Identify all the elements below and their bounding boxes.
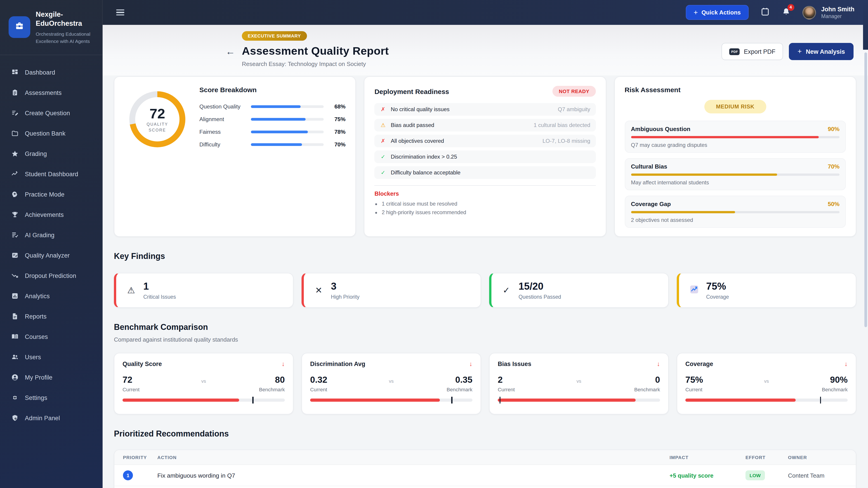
metric-bar (251, 105, 324, 108)
folder-icon (11, 129, 19, 137)
benchmark-bar (123, 398, 285, 402)
metric-question-quality: Question Quality 68% (199, 103, 346, 110)
benchmark-quality-score: Quality Score ↓ 72 vs 80 Current Benchma… (114, 353, 293, 414)
check-row: ✗ All objectives covered LO-7, LO-8 miss… (375, 135, 596, 147)
metric-bar (251, 143, 324, 146)
quality-score-donut: 72 QUALITY SCORE (129, 91, 185, 147)
fail-icon: ✗ (380, 138, 386, 144)
plus-icon: + (798, 47, 802, 56)
sidebar-item-achievements[interactable]: Achievements (0, 204, 102, 225)
recommendations-table: PRIORITY ACTION IMPACT EFFORT OWNER 1 Fi… (114, 450, 856, 488)
brand-title: Nexgile-EduOrchestra (36, 10, 96, 28)
divider (375, 185, 596, 186)
blocker-item: 2 high-priority issues recommended (382, 209, 596, 216)
check-row: ✓ Discrimination index > 0.25 (375, 151, 596, 163)
list-check-icon (11, 231, 19, 239)
brand: Nexgile-EduOrchestra Orchestrating Educa… (0, 0, 102, 55)
benchmark-discrimination-avg: Discrimination Avg ↓ 0.32 vs 0.35 Curren… (302, 353, 481, 414)
metric-alignment: Alignment 75% (199, 116, 346, 123)
score-card-title: Score Breakdown (199, 86, 346, 94)
scrollbar-thumb[interactable] (864, 53, 867, 327)
sidebar-item-reports[interactable]: Reports (0, 306, 102, 326)
metric-fairness: Fairness 78% (199, 129, 346, 135)
hamburger-menu-icon[interactable] (116, 9, 124, 15)
notifications-button[interactable]: 4 (781, 7, 790, 18)
deployment-status-badge: NOT READY (553, 86, 596, 97)
sidebar-item-practice-mode[interactable]: Practice Mode (0, 184, 102, 204)
sidebar-item-settings[interactable]: Settings (0, 387, 102, 408)
card-check-icon (11, 252, 19, 259)
briefcase-icon (14, 21, 24, 33)
scrollbar-gutter (863, 0, 868, 50)
sidebar-item-admin-panel[interactable]: Admin Panel (0, 408, 102, 428)
table-row: 1 Fix ambiguous wording in Q7 +5 quality… (114, 465, 856, 486)
new-analysis-button[interactable]: + New Analysis (789, 43, 854, 60)
content: 72 QUALITY SCORE Score Breakdown Questio… (103, 75, 868, 488)
metric-bar (251, 131, 324, 133)
risk-bar (631, 211, 839, 213)
benchmark-bar (685, 398, 848, 402)
sidebar-item-assessments[interactable]: Assessments (0, 83, 102, 103)
blocker-item: 1 critical issue must be resolved (382, 201, 596, 207)
quick-actions-button[interactable]: + Quick Actions (686, 5, 748, 20)
metric-difficulty: Difficulty 70% (199, 141, 346, 148)
fail-icon: ✗ (380, 106, 386, 112)
risk-item-coverage-gap: Coverage Gap 50% 2 objectives not assess… (625, 196, 846, 228)
sidebar-item-student-dashboard[interactable]: Student Dashboard (0, 164, 102, 184)
back-button[interactable]: ← (225, 46, 235, 56)
head-gear-icon (11, 191, 19, 198)
benchmark-coverage: Coverage ↓ 75% vs 90% Current Benchmark (677, 353, 856, 414)
shield-icon (11, 414, 19, 422)
sidebar-item-ai-grading[interactable]: AI Grading (0, 225, 102, 245)
bar-chart-icon (11, 292, 19, 300)
main-area: + Quick Actions 4 John Smith Manager (103, 0, 868, 488)
pass-icon: ✓ (380, 154, 386, 160)
sidebar-item-question-bank[interactable]: Question Bank (0, 123, 102, 143)
benchmark-tick (252, 397, 253, 403)
sidebar-item-quality-analyzer[interactable]: Quality Analyzer (0, 245, 102, 265)
sidebar-item-users[interactable]: Users (0, 347, 102, 367)
benchmark-tick (452, 397, 453, 403)
risk-card-title: Risk Assessment (625, 86, 846, 94)
topbar: + Quick Actions 4 John Smith Manager (103, 0, 868, 25)
pdf-icon: PDF (730, 48, 740, 55)
trend-sparkle-icon (11, 170, 19, 178)
sidebar-item-dropout-prediction[interactable]: Dropout Prediction (0, 265, 102, 286)
user-avatar[interactable] (802, 6, 816, 19)
sidebar-item-create-question[interactable]: Create Question (0, 103, 102, 123)
sidebar-item-analytics[interactable]: Analytics (0, 286, 102, 306)
sidebar-item-my-profile[interactable]: My Profile (0, 367, 102, 387)
sidebar: Nexgile-EduOrchestra Orchestrating Educa… (0, 0, 103, 488)
finding-high-priority: ✕ 3 High Priority (302, 273, 481, 308)
risk-item-ambiguous-question: Ambiguous Question 90% Q7 may cause grad… (625, 121, 846, 153)
notification-badge: 4 (787, 4, 794, 11)
effort-badge: LOW (745, 470, 765, 480)
pass-icon: ✓ (380, 169, 386, 176)
deployment-readiness-card: Deployment Readiness NOT READY ✗ No crit… (364, 76, 606, 237)
x-mark-icon: ✕ (313, 285, 324, 295)
warning-icon: ⚠ (380, 122, 386, 128)
warning-triangle-icon: ⚠ (125, 285, 137, 295)
users-icon (11, 353, 19, 361)
sidebar-item-dashboard[interactable]: Dashboard (0, 62, 102, 83)
dashboard-icon (11, 68, 19, 76)
screen: Nexgile-EduOrchestra Orchestrating Educa… (0, 0, 868, 488)
export-pdf-button[interactable]: PDF Export PDF (722, 43, 783, 60)
metric-bar (251, 118, 324, 121)
brand-subtitle: Orchestrating Educational Excellence wit… (36, 31, 96, 45)
quality-score-value: 72 (150, 106, 165, 121)
app-window: Nexgile-EduOrchestra Orchestrating Educa… (0, 0, 868, 488)
score-breakdown-card: 72 QUALITY SCORE Score Breakdown Questio… (114, 76, 356, 237)
benchmark-bar (498, 398, 660, 402)
user-name: John Smith (821, 6, 855, 13)
page-title: Assessment Quality Report (242, 45, 389, 57)
sidebar-item-grading[interactable]: Grading (0, 143, 102, 164)
sidebar-item-courses[interactable]: Courses (0, 326, 102, 347)
risk-level-badge: MEDIUM RISK (704, 100, 766, 113)
compose-icon (11, 109, 19, 117)
benchmark-bias-issues: Bias Issues ↓ 2 vs 0 Current Benchmark (489, 353, 669, 414)
trophy-icon (11, 211, 19, 219)
calendar-button[interactable] (760, 7, 770, 18)
user-role: Manager (821, 13, 855, 19)
finding-coverage: 75% Coverage (677, 273, 856, 308)
